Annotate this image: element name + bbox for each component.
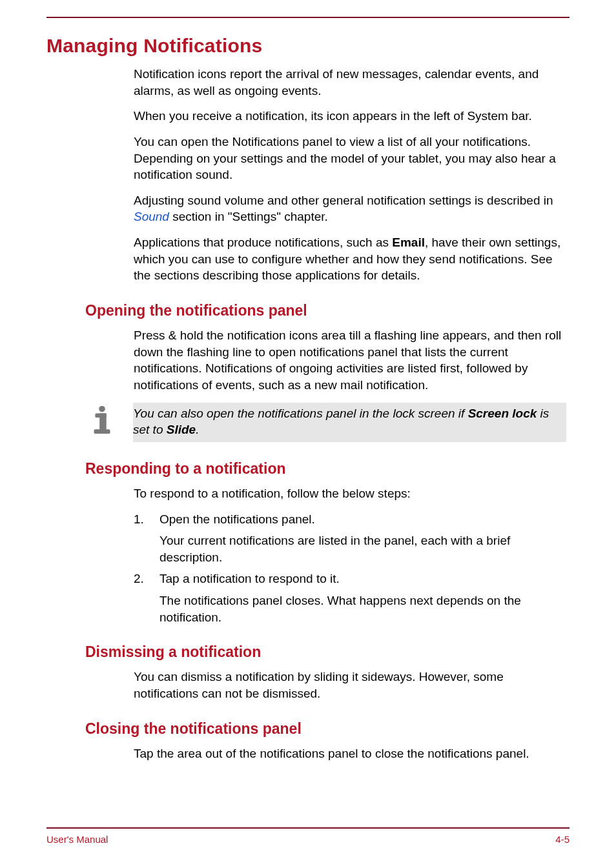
- section-heading-dismissing: Dismissing a notification: [85, 643, 570, 661]
- section-body-opening: Press & hold the notification icons area…: [134, 327, 566, 394]
- step-title: Open the notifications panel.: [159, 511, 566, 528]
- footer-page-number: 4-5: [555, 834, 570, 845]
- note-fragment: You can also open the notifications pane…: [133, 407, 468, 420]
- step-title: Tap a notification to respond to it.: [159, 570, 566, 587]
- section-heading-opening: Opening the notifications panel: [85, 302, 570, 319]
- text-fragment: section in "Settings" chapter.: [169, 210, 328, 223]
- text-fragment: Adjusting sound volume and other general…: [134, 194, 553, 207]
- intro-paragraph-3: You can open the Notifications panel to …: [134, 134, 566, 183]
- page-footer: User's Manual 4-5: [46, 827, 570, 845]
- section-body-responding: To respond to a notification, follow the…: [134, 485, 566, 502]
- note-fragment: .: [196, 423, 199, 436]
- section-body-closing: Tap the area out of the notifications pa…: [134, 745, 566, 762]
- email-bold: Email: [392, 236, 425, 249]
- note-bold-slide: Slide: [167, 423, 196, 436]
- document-page: Managing Notifications Notification icon…: [0, 0, 616, 868]
- list-item: 2. Tap a notification to respond to it. …: [134, 570, 566, 625]
- intro-paragraph-4: Adjusting sound volume and other general…: [134, 192, 566, 225]
- note-callout: You can also open the notifications pane…: [46, 403, 570, 442]
- page-title: Managing Notifications: [46, 35, 570, 57]
- list-item: 1. Open the notifications panel. Your cu…: [134, 511, 566, 566]
- text-fragment: Applications that produce notifications,…: [134, 236, 392, 249]
- step-description: The notifications panel closes. What hap…: [159, 592, 566, 625]
- intro-paragraph-5: Applications that produce notifications,…: [134, 234, 566, 284]
- footer-left: User's Manual: [46, 834, 108, 845]
- svg-rect-3: [94, 429, 110, 434]
- step-number: 2.: [134, 570, 159, 625]
- intro-paragraph-2: When you receive a notification, its ico…: [134, 108, 566, 125]
- note-text: You can also open the notifications pane…: [133, 403, 566, 442]
- closing-paragraph: Tap the area out of the notifications pa…: [134, 745, 566, 762]
- dismissing-paragraph: You can dismiss a notification by slidin…: [134, 669, 566, 701]
- info-icon: [87, 404, 120, 438]
- section-body-dismissing: You can dismiss a notification by slidin…: [134, 669, 566, 701]
- opening-paragraph: Press & hold the notification icons area…: [134, 327, 566, 394]
- step-description: Your current notifications are listed in…: [159, 532, 566, 565]
- sound-link[interactable]: Sound: [134, 210, 169, 223]
- section-heading-closing: Closing the notifications panel: [85, 720, 570, 738]
- note-bold-screenlock: Screen lock: [468, 407, 537, 420]
- svg-rect-2: [99, 413, 107, 430]
- top-horizontal-rule: [46, 17, 570, 18]
- responding-steps-list: 1. Open the notifications panel. Your cu…: [134, 511, 566, 626]
- step-number: 1.: [134, 511, 159, 566]
- section-heading-responding: Responding to a notification: [85, 460, 570, 478]
- responding-intro: To respond to a notification, follow the…: [134, 485, 566, 502]
- bottom-horizontal-rule: [46, 827, 570, 829]
- intro-paragraph-1: Notification icons report the arrival of…: [134, 66, 566, 99]
- intro-section: Notification icons report the arrival of…: [134, 66, 566, 284]
- svg-point-0: [99, 405, 105, 412]
